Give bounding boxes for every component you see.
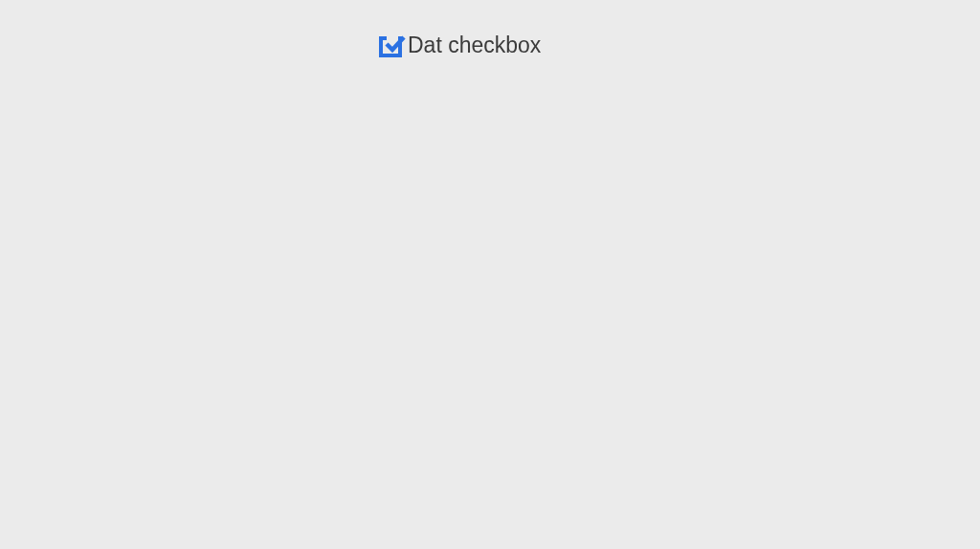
checkbox-label: Dat checkbox: [408, 33, 541, 58]
checkbox-checked-icon: [379, 34, 402, 57]
checkbox-control[interactable]: Dat checkbox: [379, 33, 541, 58]
